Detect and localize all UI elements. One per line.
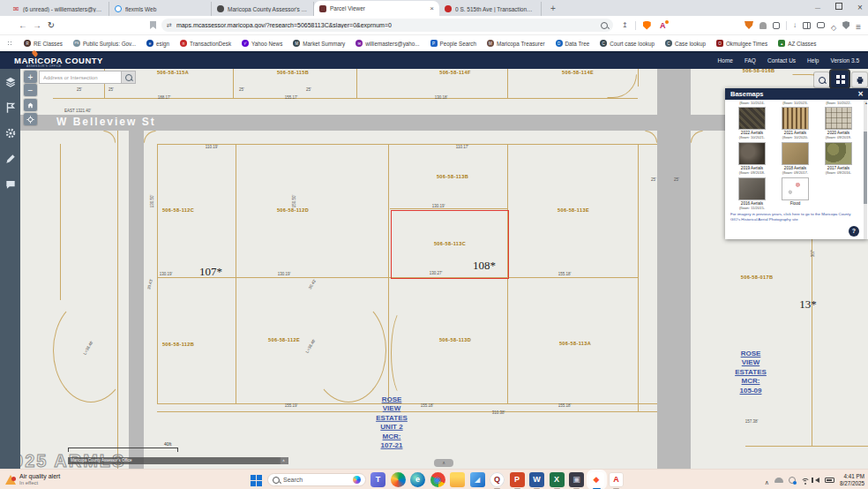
cloud-icon[interactable] <box>774 478 783 483</box>
battery-icon[interactable] <box>825 478 834 483</box>
reload-button[interactable] <box>44 20 58 30</box>
basemap-option[interactable]: 2021 Aerials (flown: 10/2020- <box>774 107 817 139</box>
locate-button[interactable] <box>24 113 37 125</box>
bookmark[interactable]: e esign <box>146 40 169 47</box>
basemap-thumbnail[interactable] <box>782 177 809 200</box>
bookmark-icon[interactable] <box>150 21 156 29</box>
extension-icon[interactable] <box>773 22 780 29</box>
browser-tab[interactable]: Maricopa County Assessor's Office × <box>212 2 314 16</box>
extension-icon[interactable] <box>760 22 767 29</box>
bookmark[interactable]: ▲ AZ Classes <box>778 40 816 47</box>
settings-gear-icon[interactable] <box>4 127 17 139</box>
site-nav-link[interactable]: FAQ <box>745 57 756 64</box>
taskbar-app-icon[interactable]: W <box>529 472 544 487</box>
browser-tab[interactable]: 0 S. 515th Ave | TransactionDesk × <box>439 2 542 16</box>
attribution-toggle[interactable]: ∧ <box>279 457 288 464</box>
split-view-icon[interactable] <box>803 22 811 29</box>
browser-tab[interactable]: (6 unread) - williemasters@yahoo.co... × <box>7 2 109 16</box>
basemap-option[interactable]: 2019 Aerials (flown: 09/2018- <box>730 142 774 175</box>
browser-tab[interactable]: Parcel Viewer × <box>314 1 439 16</box>
taskbar-app-icon[interactable]: e <box>410 472 425 487</box>
share-icon[interactable] <box>622 21 628 29</box>
wifi-icon[interactable] <box>801 477 810 485</box>
basemap-thumbnail[interactable] <box>825 142 852 165</box>
bookmark[interactable]: C Case lookup <box>665 40 706 47</box>
tab-close-icon[interactable]: × <box>430 4 434 12</box>
zoom-out-button[interactable] <box>24 84 37 96</box>
rewards-icon[interactable] <box>831 18 836 34</box>
downloads-icon[interactable] <box>793 21 797 29</box>
start-button[interactable] <box>251 475 256 480</box>
basemaps-panel-header[interactable]: Basemaps ✕ <box>725 88 868 100</box>
a-extension-icon[interactable]: A <box>658 21 668 30</box>
address-search-button[interactable] <box>122 71 136 84</box>
site-nav-link[interactable]: Help <box>807 57 819 64</box>
basemap-option[interactable]: 2017 Aerials (flown: 09/2016- <box>817 142 860 175</box>
basemap-thumbnail[interactable] <box>738 177 766 200</box>
draw-pencil-icon[interactable] <box>4 153 17 165</box>
map-scroll-pill[interactable]: ∧ <box>434 459 453 467</box>
bookmark[interactable]: PS Public Surplus: Gov... <box>73 40 136 47</box>
site-nav-link[interactable]: Version 3.5 <box>830 57 859 64</box>
basemap-option[interactable]: 2018 Aerials (flown: 09/2017- <box>774 142 817 175</box>
basemap-thumbnail[interactable] <box>825 107 852 130</box>
taskbar-app-icon[interactable]: ◉ <box>430 472 445 487</box>
print-button[interactable] <box>852 72 867 87</box>
map-canvas[interactable]: W Belleview St 506-58-115A506-58-115B506… <box>0 0 868 489</box>
taskbar-app-icon[interactable]: ▣ <box>569 472 584 487</box>
address-bar[interactable]: maps.mcassessor.maricopa.gov/?research=5… <box>161 19 613 32</box>
close-icon[interactable]: ✕ <box>857 88 864 100</box>
basemaps-button[interactable] <box>831 71 849 87</box>
status-icon[interactable] <box>789 477 796 484</box>
metamask-fox-icon[interactable] <box>745 21 753 29</box>
subdivision-link[interactable]: ROSE VIEW ESTATES MCR: 105-09 <box>735 350 767 395</box>
basemap-option[interactable]: 2016 Aerials (flown: 11/2015- <box>730 177 774 210</box>
bookmark[interactable]: n TransactionDesk <box>180 40 231 47</box>
taskbar-app-icon[interactable]: A <box>609 472 624 487</box>
shields-icon[interactable] <box>842 21 849 29</box>
weather-widget[interactable]: Air quality alert In effect <box>5 473 60 486</box>
bookmark[interactable]: M Maricopa Treasurer <box>487 40 545 47</box>
basemap-option[interactable]: Flood <box>774 177 817 210</box>
maximize-button[interactable] <box>834 3 843 11</box>
site-nav-link[interactable]: Contact Us <box>767 57 796 64</box>
help-icon[interactable]: ? <box>849 226 859 237</box>
taskbar-app-icon[interactable] <box>391 472 406 487</box>
layers-icon[interactable] <box>4 76 17 88</box>
url-text[interactable]: maps.mcassessor.maricopa.gov/?research=5… <box>176 22 596 28</box>
new-tab-button[interactable]: + <box>547 2 559 14</box>
taskbar-search[interactable]: Search <box>267 473 366 486</box>
browser-tab[interactable]: flexmls Web × <box>109 2 212 16</box>
menu-icon[interactable] <box>856 18 861 34</box>
back-button[interactable] <box>16 20 30 30</box>
directions-icon[interactable] <box>4 102 17 114</box>
comment-icon[interactable] <box>4 178 17 191</box>
wallet-icon[interactable] <box>817 22 825 28</box>
basemap-option[interactable]: 2020 Aerials (flown: 09/2019- <box>817 107 860 139</box>
taskbar-clock[interactable]: 4:41 PM 8/27/2025 <box>840 473 864 487</box>
bookmark[interactable]: y! Yahoo News <box>242 40 282 47</box>
site-nav-link[interactable]: Home <box>718 57 733 64</box>
basemaps-footnote-link[interactable]: For imagery in previous years, click her… <box>730 212 863 222</box>
address-search-input[interactable] <box>39 71 122 84</box>
zoom-in-button[interactable] <box>24 71 37 83</box>
zoom-page-icon[interactable] <box>601 22 608 29</box>
subdivision-link[interactable]: ROSE VIEW ESTATES UNIT 2 MCR: 107-21 <box>376 395 408 450</box>
taskbar-app-icon[interactable]: ◢ <box>470 472 485 487</box>
scroll-up-icon[interactable]: ▲ <box>864 101 868 105</box>
home-button[interactable] <box>24 99 37 111</box>
shield-extension-icon[interactable] <box>643 21 651 30</box>
basemaps-scrollbar-thumb[interactable] <box>864 132 867 204</box>
taskbar-app-icon[interactable]: T <box>370 472 385 487</box>
basemap-thumbnail[interactable] <box>782 142 809 165</box>
bookmark[interactable]: D Data Tree <box>556 40 590 47</box>
tray-overflow-chevron-icon[interactable] <box>765 472 769 488</box>
bookmark[interactable]: O Okmulgee Times <box>716 40 767 47</box>
taskbar-app-icon[interactable]: X <box>550 472 565 487</box>
bookmark[interactable]: ✉ williemasters@yaho... <box>355 40 419 47</box>
basemap-option[interactable]: 2022 Aerials (flown: 10/2021- <box>730 107 774 139</box>
taskbar-app-icon[interactable]: Q <box>490 472 505 487</box>
basemap-thumbnail[interactable] <box>738 142 766 165</box>
basemap-thumbnail[interactable] <box>738 107 766 130</box>
apps-grid-icon[interactable] <box>7 41 13 47</box>
